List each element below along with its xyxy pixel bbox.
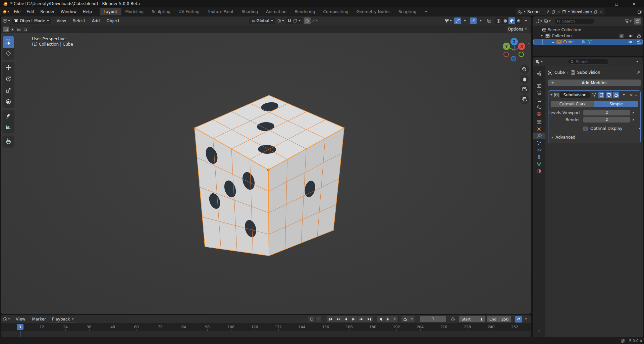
mode-selector[interactable]: Object Mode <box>12 17 51 24</box>
scene-selector[interactable]: Scene × <box>516 8 562 15</box>
camera-view-button[interactable] <box>520 85 529 94</box>
disable-render-camera-icon[interactable] <box>637 34 641 38</box>
delete-modifier-button[interactable]: × <box>629 93 634 98</box>
simple-option[interactable]: Simple <box>594 101 638 107</box>
outliner-filter-button[interactable] <box>625 18 632 24</box>
tool-cursor[interactable] <box>3 48 14 59</box>
animate-dot[interactable] <box>633 119 634 120</box>
workspace-tab-compositing[interactable]: Compositing <box>319 8 352 15</box>
timeline-menu-view[interactable]: View <box>13 316 28 323</box>
properties-options-dropdown[interactable] <box>634 58 641 65</box>
region-collapse-icon[interactable]: ‹ <box>528 41 530 46</box>
workspace-tab-geometry-nodes[interactable]: Geometry Nodes <box>353 8 394 15</box>
properties-search-input[interactable] <box>576 60 606 64</box>
tab-output[interactable] <box>533 89 545 96</box>
editor-type-button[interactable] <box>3 17 10 24</box>
animate-dot[interactable] <box>639 128 640 129</box>
select-mode-extend-button[interactable] <box>9 27 15 32</box>
next-frame-button[interactable] <box>384 316 392 322</box>
close-button[interactable]: × <box>627 0 641 7</box>
shading-solid-button[interactable] <box>502 17 508 24</box>
tool-annotate[interactable] <box>3 110 14 121</box>
prev-frame-button[interactable] <box>377 316 384 322</box>
catmull-clark-option[interactable]: Catmull-Clark <box>551 101 594 107</box>
pivot-point-button[interactable] <box>277 17 284 24</box>
tool-select-box[interactable] <box>3 36 14 48</box>
jump-to-end-button[interactable] <box>365 316 373 322</box>
timeline-menu-marker[interactable]: Marker <box>29 316 49 323</box>
timeline-menu-playback[interactable]: Playback <box>50 316 76 323</box>
modifier-extras-dropdown[interactable] <box>621 92 627 98</box>
snap-target-icon[interactable] <box>293 19 297 23</box>
viewport-menu-add[interactable]: Add <box>89 17 103 24</box>
sync-dropdown[interactable] <box>523 316 529 323</box>
overlays-dropdown[interactable] <box>477 17 484 24</box>
advanced-section-header[interactable]: ▸ Advanced <box>552 135 640 140</box>
select-mode-set-button[interactable] <box>3 27 9 32</box>
workspace-tab-sculpting[interactable]: Sculpting <box>148 8 174 15</box>
breadcrumb-object[interactable]: Cube <box>554 70 565 75</box>
jump-to-start-button[interactable] <box>327 316 334 322</box>
menu-window[interactable]: Window <box>58 8 79 15</box>
add-modifier-button[interactable]: + Add Modifier <box>548 80 641 86</box>
tab-modifiers[interactable] <box>533 133 545 139</box>
shading-rendered-button[interactable] <box>515 17 522 24</box>
pin-icon[interactable] <box>546 10 550 14</box>
selectability-visibility-button[interactable] <box>444 17 452 24</box>
xray-toggle[interactable] <box>486 17 492 24</box>
tab-material[interactable] <box>533 168 545 175</box>
menu-file[interactable]: File <box>11 8 23 15</box>
tab-view-layer[interactable] <box>533 96 545 103</box>
expand-panel-chevron[interactable] <box>550 94 552 96</box>
optimal-display-checkbox[interactable] <box>583 127 588 131</box>
menu-render[interactable]: Render <box>37 8 58 15</box>
modifier-name-field[interactable]: Subdivision <box>560 92 590 98</box>
outliner-row-cube[interactable]: ▸ Cube <box>533 39 643 45</box>
tab-strip-overflow[interactable] <box>533 328 545 335</box>
keying-set-icon[interactable] <box>401 316 409 322</box>
levels-viewport-field[interactable]: 2 <box>583 110 630 115</box>
properties-editor-type-button[interactable] <box>535 58 543 65</box>
playback-sync-button[interactable] <box>515 316 522 323</box>
tab-constraints[interactable] <box>533 154 545 160</box>
viewport-menu-object[interactable]: Object <box>103 17 122 24</box>
workspace-tab-animation[interactable]: Animation <box>262 8 290 15</box>
tab-world[interactable] <box>533 110 545 117</box>
timeline-ruler[interactable]: 1224364860728496108120132144156168180192… <box>1 323 531 331</box>
frame-start-field[interactable]: Start 1 <box>459 316 485 322</box>
drag-handle-icon[interactable]: ⠿ <box>635 94 637 97</box>
timeline-editor-type-button[interactable] <box>3 316 10 323</box>
tab-object-data[interactable] <box>533 161 545 167</box>
workspace-tab-layout[interactable]: Layout <box>100 8 121 15</box>
shading-wireframe-button[interactable] <box>495 17 502 24</box>
current-frame-marker[interactable]: 1 <box>17 324 23 330</box>
outliner-search-input[interactable] <box>562 19 592 23</box>
outliner-row-collection[interactable]: Collection ✓ <box>533 33 643 39</box>
auto-keying-control[interactable] <box>308 316 321 322</box>
use-preview-range-button[interactable] <box>449 316 456 323</box>
transform-orientation-selector[interactable]: Global <box>249 17 275 24</box>
exclude-checkbox[interactable]: ✓ <box>620 34 624 38</box>
properties-search[interactable] <box>568 59 609 65</box>
show-in-viewport-toggle[interactable] <box>606 92 612 98</box>
select-mode-subtract-button[interactable] <box>16 27 22 32</box>
snap-control[interactable] <box>286 17 302 24</box>
add-viewlayer-button[interactable] <box>636 9 643 15</box>
current-frame-field[interactable]: 1 <box>420 316 446 322</box>
viewport-menu-view[interactable]: View <box>54 17 69 24</box>
remove-viewlayer-icon[interactable]: × <box>599 9 603 14</box>
frame-end-field[interactable]: End 250 <box>487 316 511 322</box>
animate-dot[interactable] <box>633 112 634 113</box>
jump-next-keyframe-button[interactable] <box>358 316 365 322</box>
disable-render-camera-icon[interactable] <box>637 40 641 44</box>
jump-prev-keyframe-button[interactable] <box>334 316 342 322</box>
tool-transform[interactable] <box>3 96 14 107</box>
add-workspace-button[interactable]: + <box>420 8 432 15</box>
outliner-row-scene-collection[interactable]: Scene Collection <box>533 27 643 33</box>
proportional-falloff-button[interactable] <box>311 17 318 24</box>
axis-gizmo[interactable]: Z Y X <box>502 37 527 64</box>
show-cage-toggle[interactable] <box>591 92 597 98</box>
tab-particles[interactable] <box>533 140 545 146</box>
workspace-tab-modeling[interactable]: Modeling <box>121 8 148 15</box>
collapse-chevron-icon[interactable]: ▸ <box>552 40 554 44</box>
